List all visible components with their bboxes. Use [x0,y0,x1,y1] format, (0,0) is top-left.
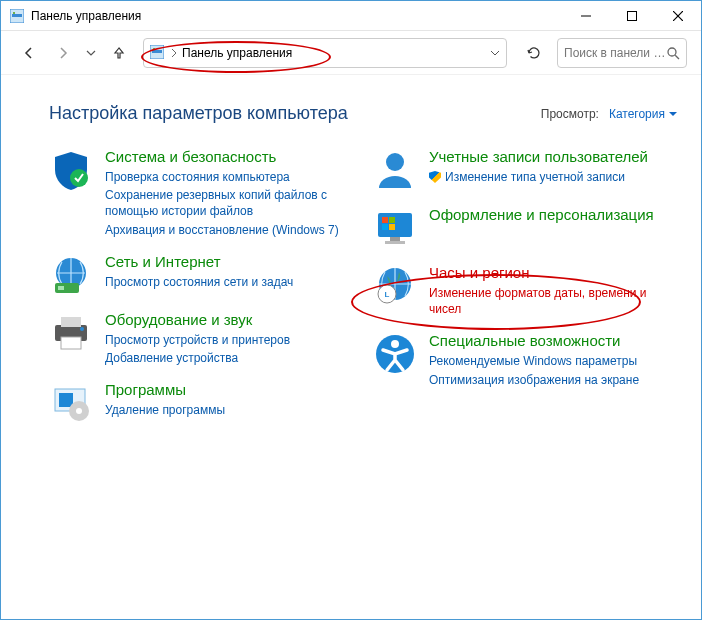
category-title[interactable]: Часы и регион [429,264,677,282]
svg-point-19 [80,327,84,331]
category-ease: Специальные возможности Рекомендуемые Wi… [373,332,677,388]
svg-text:L: L [385,290,390,299]
category-title[interactable]: Оборудование и звук [105,311,290,329]
svg-rect-21 [59,393,73,407]
category-link[interactable]: Изменение форматов даты, времени и чисел [429,284,677,318]
category-appearance: Оформление и персонализация [373,206,677,250]
search-input[interactable]: Поиск в панели у... [557,38,687,68]
category-title[interactable]: Учетные записи пользователей [429,148,648,166]
printer-icon [49,311,93,355]
svg-rect-28 [382,224,388,230]
shield-icon [49,148,93,192]
svg-rect-29 [389,224,395,230]
category-programs: Программы Удаление программы [49,381,353,425]
category-title[interactable]: Программы [105,381,225,399]
category-link[interactable]: Изменение типа учетной записи [429,168,648,186]
up-button[interactable] [105,39,133,67]
svg-rect-8 [152,50,162,53]
titlebar: Панель управления [1,1,701,31]
left-column: Система и безопасность Проверка состояни… [49,148,353,439]
category-grid: Система и безопасность Проверка состояни… [49,148,677,439]
category-link[interactable]: Архивация и восстановление (Windows 7) [105,221,353,239]
category-title[interactable]: Оформление и персонализация [429,206,654,224]
clock-globe-icon: L [373,264,417,308]
category-link[interactable]: Проверка состояния компьютера [105,168,353,186]
svg-rect-17 [61,317,81,327]
view-selector: Просмотр: Категория [541,107,677,121]
control-panel-icon [150,45,166,61]
svg-rect-15 [58,286,64,290]
close-button[interactable] [655,1,701,31]
search-icon [666,46,680,60]
category-title[interactable]: Специальные возможности [429,332,639,350]
svg-point-36 [391,340,399,348]
minimize-button[interactable] [563,1,609,31]
category-link[interactable]: Удаление программы [105,401,225,419]
breadcrumb[interactable]: Панель управления [182,46,292,60]
search-placeholder: Поиск в панели у... [564,46,666,60]
accessibility-icon [373,332,417,376]
maximize-button[interactable] [609,1,655,31]
svg-rect-2 [13,12,15,14]
category-security: Система и безопасность Проверка состояни… [49,148,353,239]
svg-rect-30 [390,237,400,241]
svg-rect-4 [628,11,637,20]
svg-line-11 [675,55,679,59]
content-header: Настройка параметров компьютера Просмотр… [49,103,677,124]
svg-rect-31 [385,241,405,244]
globe-icon [49,253,93,297]
svg-rect-18 [61,337,81,349]
category-network: Сеть и Интернет Просмотр состояния сети … [49,253,353,297]
category-link[interactable]: Добавление устройства [105,349,290,367]
category-title[interactable]: Сеть и Интернет [105,253,293,271]
address-dropdown[interactable] [490,48,500,58]
window-controls [563,1,701,31]
category-link[interactable]: Рекомендуемые Windows параметры [429,352,639,370]
control-panel-icon [9,8,25,24]
back-button[interactable] [15,39,43,67]
svg-rect-27 [389,217,395,223]
category-title[interactable]: Система и безопасность [105,148,353,166]
category-hardware: Оборудование и звук Просмотр устройств и… [49,311,353,367]
category-clock: L Часы и регион Изменение форматов даты,… [373,264,677,318]
right-column: Учетные записи пользователей Изменение т… [373,148,677,439]
content: Настройка параметров компьютера Просмотр… [1,75,701,459]
category-link[interactable]: Просмотр состояния сети и задач [105,273,293,291]
svg-point-24 [386,153,404,171]
svg-rect-1 [12,14,22,17]
category-link[interactable]: Просмотр устройств и принтеров [105,331,290,349]
page-title: Настройка параметров компьютера [49,103,348,124]
breadcrumb-separator [170,48,178,58]
refresh-button[interactable] [519,38,549,68]
navbar: Панель управления Поиск в панели у... [1,31,701,75]
svg-rect-9 [153,48,155,50]
category-users: Учетные записи пользователей Изменение т… [373,148,677,192]
recent-dropdown[interactable] [83,39,99,67]
address-bar[interactable]: Панель управления [143,38,507,68]
view-dropdown[interactable]: Категория [609,107,677,121]
programs-icon [49,381,93,425]
forward-button[interactable] [49,39,77,67]
svg-point-10 [668,48,676,56]
svg-point-23 [76,408,82,414]
svg-rect-26 [382,217,388,223]
window-title: Панель управления [31,9,141,23]
category-link[interactable]: Сохранение резервных копий файлов с помо… [105,186,353,220]
user-icon [373,148,417,192]
view-label: Просмотр: [541,107,599,121]
category-link[interactable]: Оптимизация изображения на экране [429,371,639,389]
monitor-icon [373,206,417,250]
